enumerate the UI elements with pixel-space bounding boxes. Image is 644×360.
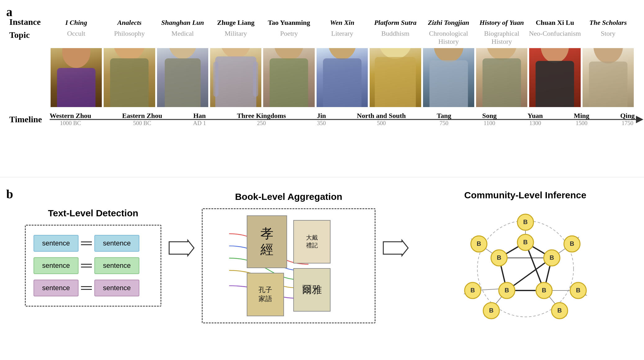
period-western-zhou: Western Zhou 1000 BC xyxy=(50,112,91,127)
period-song: Song 1100 xyxy=(482,112,497,127)
svg-text:B: B xyxy=(542,287,546,294)
instance-history: History of Yuan xyxy=(475,19,528,27)
period-north-south: North and South 500 xyxy=(357,112,406,127)
text-level-dashed-box: sentence sentence sentence xyxy=(25,225,161,307)
double-line-green xyxy=(81,264,92,268)
instance-i-ching: I Ching xyxy=(50,19,103,27)
topic-occult: Occult xyxy=(50,29,103,38)
instance-wenxin: Wen Xin xyxy=(316,19,369,27)
figure-iching xyxy=(51,48,102,107)
topic-buddhism: Buddhism xyxy=(369,29,422,38)
arrow-1 xyxy=(168,239,196,257)
topic-literary: Literary xyxy=(316,29,369,38)
connector-blue xyxy=(81,241,92,245)
topics-container: Occult Philosophy Medical Military Poetr… xyxy=(50,29,635,46)
svg-point-9 xyxy=(169,48,197,59)
topic-neo: Neo-Confucianism xyxy=(528,29,581,38)
period-tang: Tang 750 xyxy=(437,112,451,127)
svg-text:B: B xyxy=(549,254,554,261)
svg-marker-52 xyxy=(383,240,408,256)
svg-text:B: B xyxy=(523,218,527,225)
svg-point-47 xyxy=(593,48,623,64)
instance-scholars: The Scholars xyxy=(582,19,635,27)
period-yuan: Yuan 1300 xyxy=(528,112,543,127)
book-level-dashed-box: 孝經 孔子家語 大戴禮記 爾雅 xyxy=(202,208,376,323)
figure-history-yuan xyxy=(476,48,527,107)
period-eastern-zhou: Eastern Zhou 500 BC xyxy=(122,112,162,127)
svg-rect-14 xyxy=(215,56,256,107)
double-line-purple xyxy=(81,286,92,290)
svg-rect-17 xyxy=(213,61,218,97)
svg-rect-6 xyxy=(110,58,149,107)
text-level-title: Text-Level Detection xyxy=(25,208,161,218)
sentence-block-green-right: sentence xyxy=(94,257,139,274)
double-line-blue xyxy=(81,241,92,245)
instance-zhuge: Zhuge Liang xyxy=(209,19,262,27)
book-erya: 爾雅 xyxy=(293,268,331,312)
text-level-section: Text-Level Detection sentence sentence s xyxy=(25,208,161,307)
svg-rect-29 xyxy=(375,57,416,107)
svg-point-42 xyxy=(541,48,569,63)
figure-shanghan xyxy=(157,48,208,107)
svg-text:B: B xyxy=(557,307,561,314)
instance-tao: Tao Yuanming xyxy=(262,19,315,27)
sentence-pair-green: sentence sentence xyxy=(34,257,153,274)
divider xyxy=(0,177,644,178)
topic-philosophy: Philosophy xyxy=(103,29,156,38)
svg-text:B: B xyxy=(504,287,509,294)
sentence-block-blue-left: sentence xyxy=(34,235,79,252)
svg-text:B: B xyxy=(497,254,501,261)
svg-rect-10 xyxy=(165,58,201,107)
svg-marker-51 xyxy=(169,240,194,256)
instance-row-label: Instance xyxy=(9,17,50,27)
instance-platform: Platform Sutra xyxy=(369,19,422,27)
topic-chrono: ChronologicalHistory xyxy=(422,29,475,46)
topic-poetry: Poetry xyxy=(262,29,315,38)
svg-rect-2 xyxy=(57,68,96,107)
timeline-bar: Western Zhou 1000 BC Eastern Zhou 500 BC… xyxy=(50,112,635,127)
book-kongzi: 孔子家語 xyxy=(247,273,284,316)
svg-rect-48 xyxy=(589,61,627,107)
panel-a: a Instance I Ching Analects Shanghan Lun… xyxy=(0,0,644,174)
book-xiaojing: 孝經 xyxy=(247,215,287,268)
images-row xyxy=(50,45,635,107)
topic-medical: Medical xyxy=(156,29,209,38)
instance-zizhi: Zizhi Tongjian xyxy=(422,19,475,27)
topic-row-label: Topic xyxy=(9,29,50,40)
svg-rect-34 xyxy=(429,60,468,107)
topic-bio: BiographicalHistory xyxy=(475,29,528,46)
svg-text:B: B xyxy=(470,287,475,294)
svg-rect-25 xyxy=(323,58,361,107)
period-ming: Ming 1500 xyxy=(574,112,589,127)
timeline-row: Timeline Western Zhou 1000 BC Eastern Zh… xyxy=(9,112,635,127)
sentence-pair-blue: sentence sentence xyxy=(34,235,153,252)
instance-chuan: Chuan Xi Lu xyxy=(528,19,581,27)
svg-point-24 xyxy=(328,48,356,60)
figure-platform xyxy=(370,48,421,107)
books-right: 大戴禮記 爾雅 xyxy=(293,220,331,312)
figure-chuan xyxy=(529,48,580,107)
instances-container: I Ching Analects Shanghan Lun Zhuge Lian… xyxy=(50,19,635,27)
book-level-section: Book-Level Aggregation xyxy=(202,191,376,323)
figure-analects xyxy=(104,48,155,107)
period-three-kingdoms: Three Kingdoms 250 xyxy=(237,112,286,127)
figure-zizhi xyxy=(423,48,474,107)
arrow-2 xyxy=(382,239,410,257)
figure-scholars xyxy=(583,48,634,107)
connector-green xyxy=(81,264,92,268)
timeline-section: Timeline Western Zhou 1000 BC Eastern Zh… xyxy=(9,112,635,127)
sentence-pair-purple: sentence sentence xyxy=(34,280,153,296)
figure-zhuge xyxy=(210,48,261,107)
community-level-title: Community-Level Inference xyxy=(416,190,635,200)
svg-text:B: B xyxy=(523,239,527,245)
instance-analects: Analects xyxy=(103,19,156,27)
book-dadai: 大戴禮記 xyxy=(293,220,331,263)
panel-b: b Text-Level Detection sentence sentence xyxy=(0,181,644,331)
connector-purple xyxy=(81,286,92,290)
network-graph: B B B B B B xyxy=(454,207,597,325)
svg-point-33 xyxy=(434,48,463,62)
svg-text:B: B xyxy=(570,240,574,247)
period-han: Han AD 1 xyxy=(193,112,206,127)
svg-point-1 xyxy=(62,48,90,68)
svg-rect-43 xyxy=(536,61,574,107)
